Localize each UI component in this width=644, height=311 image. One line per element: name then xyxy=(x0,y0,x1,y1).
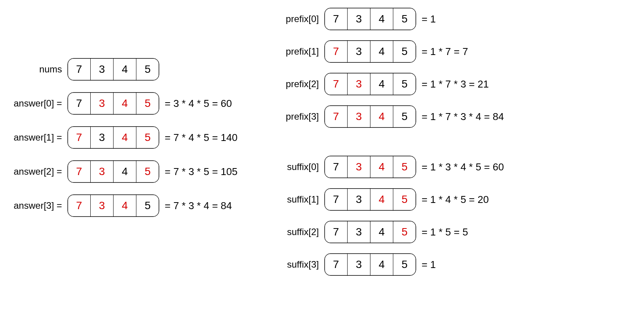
array-cell: 3 xyxy=(347,106,370,127)
prefix-label: prefix[3] xyxy=(272,111,319,122)
prefix-array: 7 3 4 5 xyxy=(324,105,416,128)
array-cell: 5 xyxy=(136,195,159,216)
prefix-formula: = 1 xyxy=(422,13,436,25)
prefix-row: prefix[2] 7 3 4 5 = 1 * 7 * 3 = 21 xyxy=(272,73,504,95)
section-gap xyxy=(272,138,504,146)
array-cell: 5 xyxy=(393,189,416,210)
array-cell: 3 xyxy=(347,41,370,62)
answer-array: 7 3 4 5 xyxy=(67,160,159,183)
suffix-label: suffix[1] xyxy=(272,194,319,205)
array-cell: 4 xyxy=(370,8,393,30)
prefix-formula: = 1 * 7 * 3 = 21 xyxy=(422,78,489,90)
diagram-container: nums 7 3 4 5 answer[0] = 7 3 4 5 = 3 * 4… xyxy=(8,8,636,276)
array-cell: 3 xyxy=(90,195,113,216)
array-cell: 7 xyxy=(325,8,347,30)
array-cell: 4 xyxy=(370,189,393,210)
array-cell: 5 xyxy=(136,93,159,114)
array-cell: 7 xyxy=(325,156,347,178)
array-cell: 3 xyxy=(347,73,370,95)
array-cell: 7 xyxy=(68,127,90,148)
array-cell: 3 xyxy=(90,58,113,80)
suffix-row: suffix[1] 7 3 4 5 = 1 * 4 * 5 = 20 xyxy=(272,188,504,211)
array-cell: 7 xyxy=(68,58,90,80)
suffix-array: 7 3 4 5 xyxy=(324,188,416,211)
array-cell: 5 xyxy=(393,41,416,62)
array-cell: 5 xyxy=(393,221,416,243)
answer-array: 7 3 4 5 xyxy=(67,92,159,115)
nums-label: nums xyxy=(8,64,62,75)
suffix-row: suffix[2] 7 3 4 5 = 1 * 5 = 5 xyxy=(272,221,504,243)
array-cell: 3 xyxy=(347,189,370,210)
array-cell: 7 xyxy=(68,195,90,216)
array-cell: 5 xyxy=(393,73,416,95)
suffix-formula: = 1 * 5 = 5 xyxy=(422,226,468,238)
array-cell: 4 xyxy=(370,106,393,127)
suffix-array: 7 3 4 5 xyxy=(324,221,416,243)
array-cell: 3 xyxy=(347,221,370,243)
prefix-label: prefix[1] xyxy=(272,46,319,57)
prefix-row: prefix[0] 7 3 4 5 = 1 xyxy=(272,8,504,30)
array-cell: 5 xyxy=(393,8,416,30)
answer-array: 7 3 4 5 xyxy=(67,194,159,217)
array-cell: 3 xyxy=(90,93,113,114)
array-cell: 4 xyxy=(113,161,136,182)
prefix-label: prefix[0] xyxy=(272,14,319,24)
array-cell: 3 xyxy=(347,156,370,178)
suffix-row: suffix[0] 7 3 4 5 = 1 * 3 * 4 * 5 = 60 xyxy=(272,156,504,178)
array-cell: 4 xyxy=(113,58,136,80)
answer-row: answer[0] = 7 3 4 5 = 3 * 4 * 5 = 60 xyxy=(8,92,238,115)
array-cell: 5 xyxy=(393,106,416,127)
prefix-formula: = 1 * 7 = 7 xyxy=(422,46,468,58)
array-cell: 7 xyxy=(325,221,347,243)
array-cell: 7 xyxy=(325,41,347,62)
prefix-row: prefix[3] 7 3 4 5 = 1 * 7 * 3 * 4 = 84 xyxy=(272,105,504,128)
array-cell: 3 xyxy=(90,127,113,148)
array-cell: 7 xyxy=(325,189,347,210)
array-cell: 4 xyxy=(370,254,393,275)
answer-label: answer[1] = xyxy=(8,132,62,143)
answer-row: answer[2] = 7 3 4 5 = 7 * 3 * 5 = 105 xyxy=(8,160,238,183)
answer-row: answer[3] = 7 3 4 5 = 7 * 3 * 4 = 84 xyxy=(8,194,238,217)
array-cell: 4 xyxy=(113,93,136,114)
left-column: nums 7 3 4 5 answer[0] = 7 3 4 5 = 3 * 4… xyxy=(8,8,238,217)
nums-array: 7 3 4 5 xyxy=(67,58,159,81)
answer-label: answer[0] = xyxy=(8,98,62,109)
array-cell: 7 xyxy=(68,161,90,182)
array-cell: 3 xyxy=(347,8,370,30)
suffix-formula: = 1 xyxy=(422,259,436,271)
array-cell: 5 xyxy=(136,58,159,80)
nums-row: nums 7 3 4 5 xyxy=(8,58,238,81)
array-cell: 7 xyxy=(325,106,347,127)
answer-formula: = 7 * 3 * 5 = 105 xyxy=(165,166,238,178)
array-cell: 4 xyxy=(370,221,393,243)
array-cell: 5 xyxy=(393,156,416,178)
answer-label: answer[2] = xyxy=(8,166,62,177)
suffix-array: 7 3 4 5 xyxy=(324,253,416,276)
answer-row: answer[1] = 7 3 4 5 = 7 * 4 * 5 = 140 xyxy=(8,126,238,149)
array-cell: 5 xyxy=(136,127,159,148)
array-cell: 4 xyxy=(113,195,136,216)
suffix-row: suffix[3] 7 3 4 5 = 1 xyxy=(272,253,504,276)
array-cell: 7 xyxy=(325,254,347,275)
array-cell: 5 xyxy=(136,161,159,182)
prefix-formula: = 1 * 7 * 3 * 4 = 84 xyxy=(422,111,504,123)
prefix-label: prefix[2] xyxy=(272,79,319,89)
suffix-label: suffix[0] xyxy=(272,162,319,172)
answer-label: answer[3] = xyxy=(8,200,62,211)
spacer xyxy=(8,8,238,46)
array-cell: 4 xyxy=(370,41,393,62)
answer-formula: = 3 * 4 * 5 = 60 xyxy=(165,98,232,110)
right-column: prefix[0] 7 3 4 5 = 1 prefix[1] 7 3 4 5 … xyxy=(272,8,504,276)
array-cell: 7 xyxy=(68,93,90,114)
prefix-array: 7 3 4 5 xyxy=(324,73,416,95)
array-cell: 4 xyxy=(370,73,393,95)
array-cell: 4 xyxy=(370,156,393,178)
array-cell: 3 xyxy=(90,161,113,182)
prefix-array: 7 3 4 5 xyxy=(324,40,416,63)
answer-array: 7 3 4 5 xyxy=(67,126,159,149)
array-cell: 3 xyxy=(347,254,370,275)
answer-formula: = 7 * 3 * 4 = 84 xyxy=(165,200,232,212)
answer-formula: = 7 * 4 * 5 = 140 xyxy=(165,132,238,144)
prefix-row: prefix[1] 7 3 4 5 = 1 * 7 = 7 xyxy=(272,40,504,63)
suffix-array: 7 3 4 5 xyxy=(324,156,416,178)
